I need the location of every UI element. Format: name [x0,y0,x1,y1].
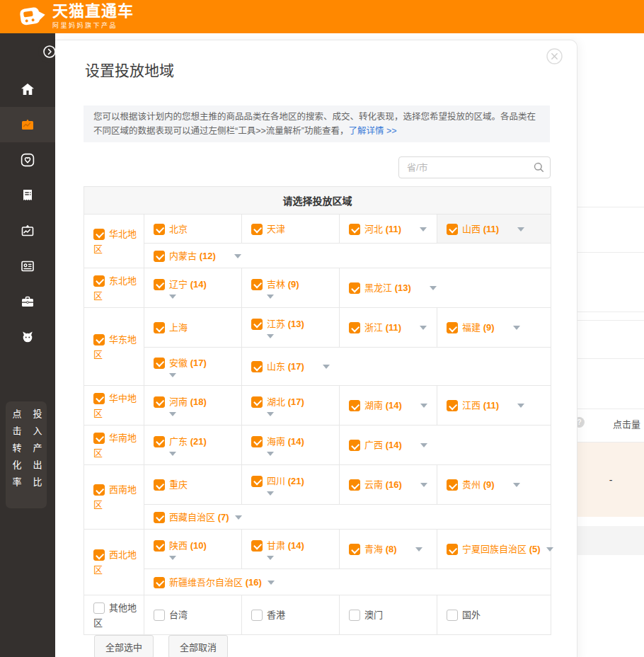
chevron-down-icon[interactable] [235,515,242,520]
province-cell[interactable]: 西藏自治区 (7) [144,505,551,529]
province-cell[interactable]: 新疆维吾尔自治区 (16) [144,569,551,595]
region-group-cell[interactable]: 西北地区 [84,530,144,595]
chevron-down-icon[interactable] [268,581,275,585]
chevron-down-icon[interactable] [267,334,274,338]
sidebar-item-tmall[interactable] [0,319,55,355]
chevron-down-icon[interactable] [169,295,176,299]
province-cell[interactable]: 黑龙江 (13) [339,268,551,307]
select-all-button[interactable]: 全部选中 [94,635,154,657]
chevron-down-icon[interactable] [415,547,422,552]
checkbox[interactable] [154,540,165,552]
checkbox[interactable] [447,544,458,555]
chevron-down-icon[interactable] [513,483,520,487]
region-group-cell[interactable]: 其他地区 [84,595,144,634]
checkbox[interactable] [154,396,165,408]
checkbox[interactable] [349,610,360,621]
checkbox[interactable] [93,393,105,404]
search-icon[interactable] [534,162,544,173]
checkbox[interactable] [154,610,165,621]
province-cell[interactable]: 国外 [437,595,551,634]
province-cell[interactable]: 天津 [241,215,339,243]
checkbox[interactable] [349,440,360,451]
search-input[interactable] [398,156,551,178]
checkbox[interactable] [349,479,360,491]
chevron-down-icon[interactable] [517,404,524,408]
chevron-down-icon[interactable] [267,452,274,456]
province-cell[interactable]: 上海 [144,308,241,347]
checkbox[interactable] [251,319,263,330]
chevron-down-icon[interactable] [546,547,553,552]
checkbox[interactable] [154,358,165,369]
province-cell[interactable]: 台湾 [144,595,241,634]
chevron-down-icon[interactable] [267,412,274,416]
province-cell[interactable]: 贵州 (9) [437,465,551,504]
checkbox[interactable] [251,279,263,290]
region-group-cell[interactable]: 西南地区 [84,465,144,529]
province-cell[interactable]: 北京 [144,215,241,243]
region-group-cell[interactable]: 华北地区 [84,215,144,268]
checkbox[interactable] [93,229,105,240]
info-detail-link[interactable]: 了解详情 >> [348,126,396,136]
province-cell[interactable]: 浙江 (11) [339,308,437,347]
checkbox[interactable] [349,322,360,333]
province-cell[interactable]: 江西 (11) [437,386,551,425]
checkbox[interactable] [251,224,263,235]
chevron-down-icon[interactable] [420,404,427,408]
checkbox[interactable] [154,436,165,447]
province-cell[interactable]: 重庆 [144,465,241,504]
chevron-down-icon[interactable] [513,326,520,330]
checkbox[interactable] [154,279,165,290]
checkbox[interactable] [93,484,105,496]
checkbox[interactable] [154,512,165,523]
chevron-down-icon[interactable] [420,227,427,232]
sidebar-item-mail-analytics[interactable] [0,213,55,248]
checkbox[interactable] [447,479,458,491]
province-cell[interactable]: 四川 (21) [241,465,339,504]
region-group-cell[interactable]: 华东地区 [84,308,144,385]
checkbox[interactable] [251,361,263,372]
checkbox[interactable] [251,436,263,447]
province-cell[interactable]: 内蒙古 (12) [144,244,551,268]
sidebar-item-account-card[interactable] [0,248,55,284]
province-cell[interactable]: 吉林 (9) [241,268,339,307]
chevron-down-icon[interactable] [517,227,524,232]
checkbox[interactable] [251,476,263,487]
checkbox[interactable] [447,322,458,333]
province-cell[interactable]: 宁夏回族自治区 (5) [437,530,551,569]
checkbox[interactable] [93,334,105,345]
checkbox[interactable] [251,610,263,621]
chevron-down-icon[interactable] [420,443,427,447]
chevron-down-icon[interactable] [169,412,176,416]
deselect-all-button[interactable]: 全部取消 [168,635,228,657]
sidebar-item-campaign[interactable] [0,107,55,142]
region-group-cell[interactable]: 华南地区 [84,425,144,464]
province-cell[interactable]: 湖南 (14) [339,386,437,425]
checkbox[interactable] [93,602,105,614]
province-cell[interactable]: 广东 (21) [144,425,241,464]
checkbox[interactable] [349,224,360,235]
province-cell[interactable]: 福建 (9) [437,308,551,347]
checkbox[interactable] [447,610,458,621]
province-cell[interactable]: 山西 (11) [437,215,551,243]
province-cell[interactable]: 湖北 (17) [241,386,339,425]
sidebar-item-tools[interactable] [0,284,55,319]
region-group-cell[interactable]: 华中地区 [84,386,144,425]
close-button[interactable] [546,48,563,64]
chevron-down-icon[interactable] [169,452,176,456]
checkbox[interactable] [349,400,360,411]
chevron-down-icon[interactable] [430,286,437,290]
checkbox[interactable] [154,251,165,262]
province-cell[interactable]: 广西 (14) [339,425,551,464]
checkbox[interactable] [349,282,360,294]
chevron-down-icon[interactable] [420,326,427,330]
checkbox[interactable] [154,577,165,588]
chevron-down-icon[interactable] [267,556,274,560]
checkbox[interactable] [93,275,105,287]
province-cell[interactable]: 江苏 (13) [241,308,339,347]
province-cell[interactable]: 澳门 [339,595,437,634]
checkbox[interactable] [154,322,165,333]
province-cell[interactable]: 河南 (18) [144,386,241,425]
chevron-down-icon[interactable] [323,365,330,369]
checkbox[interactable] [447,400,458,411]
chevron-down-icon[interactable] [234,254,241,258]
